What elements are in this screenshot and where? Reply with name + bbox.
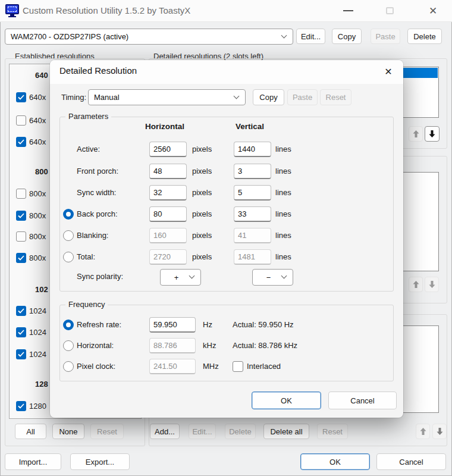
front-porch-horizontal-input[interactable] [149,164,187,179]
timing-select[interactable]: Manual [88,89,246,105]
resolution-checkbox-checked[interactable] [16,327,26,337]
resolution-checkbox-checked[interactable] [16,349,26,359]
export-button[interactable]: Export... [70,453,130,470]
delete-display-button[interactable]: Delete [407,29,442,44]
resolution-item-label: 1024 [29,328,46,337]
sync-width-vertical-input[interactable] [234,185,271,201]
resolution-checkbox-checked[interactable] [16,137,26,147]
resolution-checkbox-unchecked[interactable] [16,189,26,199]
resolution-item-label: 1280 [29,402,46,411]
display-select-value: WAM2700 - OZDSP27IPS (active) [11,32,128,41]
paste-display-button: Paste [371,29,400,44]
actual-refresh-rate: Actual: 59.950 Hz [233,320,294,329]
resolution-checkbox-unchecked[interactable] [16,115,26,126]
main-cancel-button[interactable]: Cancel [376,453,446,470]
display-select[interactable]: WAM2700 - OZDSP27IPS (active) [5,29,293,45]
mhz-unit-label: MHz [203,362,219,371]
horizontal-polarity-value: + [174,273,179,282]
chevron-down-icon [189,273,195,279]
resolution-checkbox-checked[interactable] [16,211,26,221]
resolution-checkbox-unchecked[interactable] [16,231,26,242]
back-porch-vertical-input[interactable] [234,206,271,222]
dialog-title: Detailed Resolution [59,65,137,76]
maximize-icon [386,7,394,14]
pixels-unit-label: pixels [192,145,212,154]
interlaced-label: Interlaced [247,362,281,371]
dialog-cancel-button[interactable]: Cancel [328,392,397,409]
resolution-group-header: 800 [35,167,48,176]
total-vertical-input [234,249,271,265]
vertical-polarity-value: − [266,273,271,282]
chevron-down-icon [234,93,240,99]
resolution-checkbox-checked[interactable] [16,306,26,316]
timing-copy-button[interactable]: Copy [253,89,284,105]
main-ok-button[interactable]: OK [300,453,370,470]
active-horizontal-input[interactable] [149,142,187,157]
close-icon: ✕ [429,6,437,16]
chevron-down-icon [281,32,287,38]
select-none-button[interactable]: None [52,424,84,439]
pixels-unit-label: pixels [192,167,212,176]
blanking-radio[interactable] [63,230,74,241]
horizontal-frequency-radio[interactable] [63,340,74,351]
window-title: Custom Resolution Utility 1.5.2 by Toast… [23,5,190,15]
resolution-checkbox-checked[interactable] [16,253,26,263]
resolution-item-label: 640x [29,116,46,125]
delete-resolution-button: Delete [225,424,256,439]
refresh-rate-radio[interactable] [63,320,74,330]
vertical-polarity-select[interactable]: − [252,269,293,286]
move-up-button [416,424,430,439]
sync-width-label: Sync width: [77,188,116,197]
resolution-checkbox-checked[interactable] [16,92,26,102]
dialog-close-button[interactable]: ✕ [381,64,396,79]
pixel-clock-label: Pixel clock: [77,362,115,371]
sync-width-horizontal-input[interactable] [149,185,187,201]
add-resolution-button[interactable]: Add... [150,424,180,439]
copy-display-button[interactable]: Copy [332,29,362,44]
back-porch-radio[interactable] [63,209,74,220]
resolution-item-label: 1024 [29,306,46,315]
frequency-group: Frequency Refresh rate: Hz Actual: 59.95… [59,305,394,381]
lines-unit-label: lines [275,252,291,261]
refresh-rate-input[interactable] [149,317,196,333]
resolution-checkbox-checked[interactable] [16,401,26,411]
established-reset-button: Reset [90,424,124,439]
lines-unit-label: lines [275,209,291,218]
blanking-vertical-input [234,228,271,243]
edit-resolution-button: Edit... [189,424,216,439]
edit-display-button[interactable]: Edit... [296,29,325,44]
dialog-title-bar[interactable]: Detailed Resolution ✕ [50,60,403,84]
total-radio[interactable] [63,252,74,262]
horizontal-polarity-select[interactable]: + [160,269,201,286]
timing-reset-button: Reset [320,89,351,105]
pixels-unit-label: pixels [192,188,212,197]
group-3-reset-button: Reset [317,424,348,439]
delete-all-button[interactable]: Delete all [263,424,309,439]
import-button[interactable]: Import... [5,453,61,470]
title-bar[interactable]: Custom Resolution Utility 1.5.2 by Toast… [0,0,452,22]
select-all-button[interactable]: All [15,424,46,439]
front-porch-label: Front porch: [77,167,118,176]
move-down-button[interactable] [425,126,440,142]
interlaced-checkbox[interactable] [233,361,243,372]
blanking-label: Blanking: [77,231,108,240]
hz-unit-label: Hz [203,320,212,329]
dialog-ok-button[interactable]: OK [252,392,321,409]
close-button[interactable]: ✕ [420,1,446,20]
detailed-resolution-dialog: Detailed Resolution ✕ Timing: Manual Cop… [50,60,403,418]
pixels-unit-label: pixels [192,252,212,261]
move-down-button [425,277,439,292]
parameters-group: Parameters Horizontal Vertical Active: p… [59,117,394,292]
pixel-clock-input [149,359,196,374]
pixel-clock-radio[interactable] [63,361,74,372]
active-label: Active: [77,145,100,154]
pixels-unit-label: pixels [192,231,212,240]
resolution-item-label: 800x [29,211,46,220]
active-vertical-input[interactable] [234,142,271,157]
timing-select-value: Manual [94,93,120,102]
back-porch-horizontal-input[interactable] [149,206,187,222]
minimize-button[interactable] [335,1,361,20]
lines-unit-label: lines [275,231,291,240]
horizontal-frequency-input [149,338,196,353]
front-porch-vertical-input[interactable] [234,164,271,179]
